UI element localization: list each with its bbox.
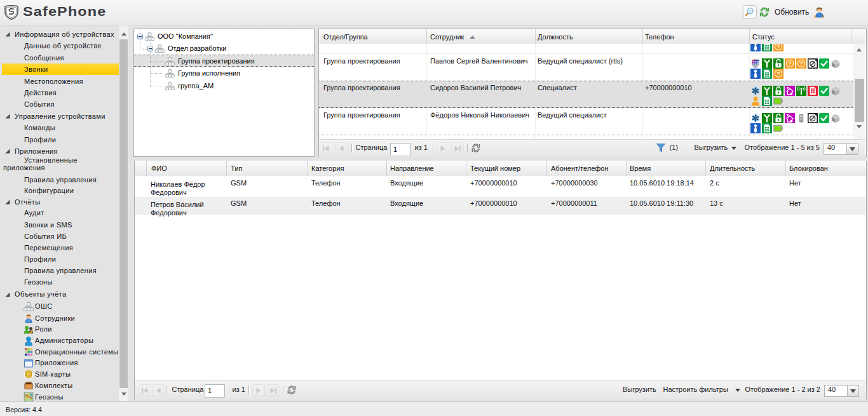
svg-text:?: ?	[799, 60, 803, 67]
svg-text:?: ?	[776, 44, 780, 50]
svg-text:?: ?	[788, 60, 792, 67]
svg-text:?: ?	[776, 70, 780, 77]
